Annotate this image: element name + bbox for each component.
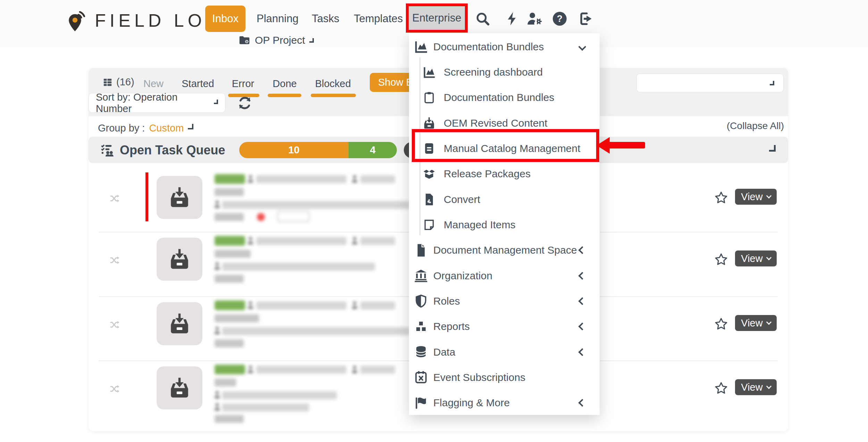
- nav-item-enterprise[interactable]: Enterprise: [409, 6, 465, 30]
- bolt-icon[interactable]: [504, 11, 520, 27]
- menu-item-event-subscriptions[interactable]: Event Subscriptions: [409, 365, 600, 390]
- chevron-down-icon: [766, 255, 771, 261]
- user-gear-icon[interactable]: [526, 11, 544, 27]
- search-icon[interactable]: [475, 11, 491, 27]
- menu-item-screening-dashboard[interactable]: Screening dashboard: [409, 59, 600, 85]
- person-icon: [215, 326, 220, 335]
- redacted-text-bar: [215, 275, 244, 283]
- nav-item-planning[interactable]: Planning: [257, 6, 299, 32]
- tab-blocked[interactable]: Blocked: [315, 76, 351, 92]
- view-button[interactable]: View: [735, 379, 777, 395]
- menu-item-oem-revised-content[interactable]: OEM Revised Content: [409, 110, 600, 136]
- menu-item-organization[interactable]: Organization: [409, 263, 600, 288]
- chevron-down-icon[interactable]: [188, 124, 193, 129]
- redacted-chip[interactable]: [277, 211, 310, 222]
- menu-item-label: Reports: [433, 321, 470, 332]
- group-by-value[interactable]: Custom: [149, 122, 184, 134]
- person-icon: [352, 365, 357, 374]
- tab-done[interactable]: Done: [273, 76, 297, 92]
- menu-item-manual-catalog-management[interactable]: Manual Catalog Management: [409, 136, 600, 161]
- menu-item-documentation-bundles[interactable]: Documentation Bundles: [409, 85, 600, 110]
- chart-area-icon: [414, 39, 428, 54]
- menu-item-label: Release Packages: [444, 168, 531, 180]
- box-open-icon: [422, 167, 436, 181]
- nav-item-inbox[interactable]: Inbox: [205, 6, 245, 32]
- task-type-tile[interactable]: [157, 302, 202, 345]
- filter-select[interactable]: [636, 74, 784, 92]
- menu-item-label: Screening dashboard: [444, 66, 543, 78]
- shuffle-icon[interactable]: [109, 193, 120, 204]
- menu-item-data[interactable]: Data: [409, 339, 600, 365]
- menu-item-release-packages[interactable]: Release Packages: [409, 161, 600, 187]
- inbox-in-icon: [167, 247, 192, 271]
- inbox-in-icon: [167, 312, 192, 336]
- menu-item-reports[interactable]: Reports: [409, 314, 600, 339]
- redacted-text-bar: [215, 379, 236, 386]
- chevron-left-icon: [578, 323, 586, 331]
- collapse-all-link[interactable]: (Collapse All): [727, 120, 784, 131]
- menu-item-document-management-space[interactable]: Document Management Space: [409, 238, 600, 263]
- star-icon[interactable]: [714, 253, 728, 266]
- star-icon[interactable]: [714, 191, 728, 205]
- person-icon: [248, 237, 253, 245]
- task-type-tile[interactable]: [157, 238, 202, 281]
- menu-item-managed-items[interactable]: Managed Items: [409, 212, 600, 237]
- note-icon: [422, 218, 436, 232]
- project-selector[interactable]: OP Project: [238, 33, 314, 47]
- refresh-icon[interactable]: [237, 95, 253, 111]
- landmark-icon: [414, 268, 428, 283]
- task-type-tile[interactable]: [157, 176, 202, 219]
- chevron-down-icon: [766, 320, 771, 325]
- chevron-down-icon: [578, 43, 586, 51]
- view-button[interactable]: View: [735, 250, 777, 266]
- priority-red-bar: [145, 172, 148, 221]
- show-blocked-button[interactable]: Show B: [370, 73, 409, 92]
- group-by-label: Group by :: [98, 122, 145, 134]
- redacted-text-bar: [256, 237, 347, 245]
- menu-item-convert[interactable]: Convert: [409, 187, 600, 212]
- task-redacted-content: [215, 365, 423, 420]
- sort-select[interactable]: Sort by: Operation Number: [89, 93, 225, 113]
- database-icon: [414, 345, 428, 359]
- menu-item-label: Document Management Space: [433, 244, 577, 256]
- menu-item-flagging-more[interactable]: Flagging & More: [409, 390, 600, 416]
- star-icon[interactable]: [714, 381, 728, 395]
- menu-item-documentation-bundles[interactable]: Documentation Bundles: [409, 34, 600, 59]
- redacted-text-bar: [360, 366, 395, 374]
- star-icon[interactable]: [714, 317, 728, 331]
- tab-new[interactable]: New: [143, 76, 164, 92]
- redacted-text-bar: [360, 301, 395, 309]
- help-icon[interactable]: ?: [552, 11, 568, 27]
- redacted-text-bar: [222, 201, 410, 209]
- nav-item-tasks[interactable]: Tasks: [312, 6, 339, 32]
- view-button[interactable]: View: [735, 189, 777, 205]
- enterprise-dropdown-menu: Documentation BundlesScreening dashboard…: [409, 33, 600, 415]
- status-badge: [215, 300, 245, 310]
- menu-item-label: OEM Revised Content: [444, 117, 547, 129]
- cubes-icon: [414, 319, 428, 334]
- tab-started[interactable]: Started: [182, 76, 214, 92]
- shuffle-icon[interactable]: [109, 383, 120, 394]
- nav-item-templates[interactable]: Templates: [354, 6, 403, 32]
- menu-item-label: Manual Catalog Management: [444, 143, 581, 154]
- clipboard-icon: [422, 91, 436, 104]
- view-button[interactable]: View: [735, 315, 777, 331]
- menu-item-roles[interactable]: Roles: [409, 288, 600, 314]
- collapse-group-chevron-icon[interactable]: [769, 145, 776, 152]
- file-pdf-icon: [422, 193, 436, 206]
- person-icon: [248, 175, 253, 183]
- redacted-text-bar: [256, 301, 347, 309]
- person-icon: [215, 391, 220, 399]
- task-type-tile[interactable]: [157, 366, 202, 409]
- shuffle-icon[interactable]: [109, 319, 120, 330]
- sign-out-icon[interactable]: [578, 11, 594, 27]
- tab-error[interactable]: Error: [232, 76, 254, 92]
- chevron-down-icon: [770, 81, 774, 85]
- status-badge: [215, 174, 245, 184]
- tab-underline-done: [268, 94, 301, 97]
- project-selector-label: OP Project: [255, 34, 305, 46]
- list-count[interactable]: (16): [102, 76, 134, 88]
- chevron-left-icon: [578, 246, 586, 254]
- shuffle-icon[interactable]: [109, 255, 120, 266]
- sort-select-label: Sort by: Operation Number: [96, 92, 209, 114]
